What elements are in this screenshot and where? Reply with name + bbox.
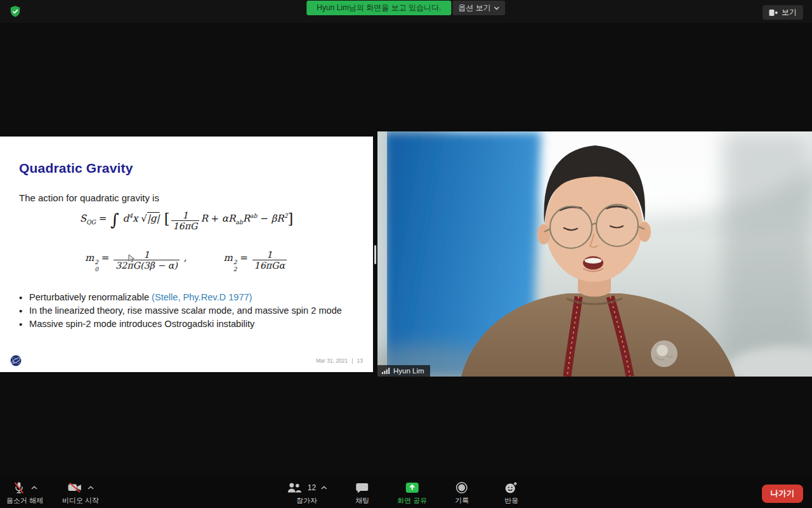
record-button[interactable]: 기록 [447,481,476,505]
meeting-toolbar: 음소거 해제 비디오 시작 [0,478,812,508]
slide-title: Quadratic Gravity [19,161,133,176]
audio-options-chevron-icon[interactable] [31,486,37,490]
start-video-button[interactable]: 비디오 시작 [62,481,99,505]
chat-button[interactable]: 채팅 [348,481,377,505]
video-options-chevron-icon[interactable] [88,486,94,490]
share-screen-button[interactable]: 화면 공유 [397,481,427,505]
slide-footer-separator: | [351,358,353,364]
screen-watch-banner-group: Hyun Lim님의 화면을 보고 있습니다. 옵션 보기 [306,1,505,15]
view-button[interactable]: 보기 [763,5,803,20]
chevron-down-icon [494,6,500,10]
bullet-renormalizable: Perturbatively renormalizable (Stelle, P… [29,291,360,304]
slide-logo-icon [10,355,22,366]
record-icon [455,481,468,494]
zoom-meeting-window: Hyun Lim님의 화면을 보고 있습니다. 옵션 보기 보기 Quadrat… [0,0,812,508]
share-screen-label: 화면 공유 [397,496,427,505]
unmute-label: 음소거 해제 [6,496,43,505]
action-equation: SQG = ∫ d4x √|g| [116πGR + αRabRab − βR2… [80,213,294,224]
chat-icon [356,482,369,494]
start-video-label: 비디오 시작 [62,496,99,505]
participants-label: 참가자 [296,496,317,505]
shared-screen-slide: Quadratic Gravity The action for quadrat… [0,137,373,372]
citation-link: (Stelle, Phy.Rev.D 1977) [152,292,252,302]
participants-chevron-icon[interactable] [321,486,327,490]
view-options-label: 옵션 보기 [458,3,490,13]
top-bar: Hyun Lim님의 화면을 보고 있습니다. 옵션 보기 보기 [0,0,812,23]
slide-bullet-list: Perturbatively renormalizable (Stelle, P… [29,291,360,331]
share-screen-icon [405,482,419,493]
participants-count: 12 [308,483,316,492]
record-label: 기록 [455,496,469,505]
m0-mass-equation: m20 = 132πG(3β − α) , [85,250,187,272]
signal-bars-icon [381,367,390,375]
slide-intro-text: The action for quadratic gravity is [19,192,159,203]
m2-mass-equation: m22 = 116πGα [223,250,288,272]
video-feed-hyun-lim: Hyun Lim [377,131,812,377]
panel-resize-handle[interactable] [374,245,376,264]
reactions-label: 반응 [504,496,518,505]
bullet-ostrogadski: Massive spin-2 mode introduces Ostrogads… [29,318,360,331]
mic-muted-icon [12,481,26,495]
participant-name: Hyun Lim [393,367,424,375]
reactions-button[interactable]: 반응 [497,481,526,505]
unmute-button[interactable]: 음소거 해제 [6,481,43,505]
participants-button[interactable]: 12 참가자 [286,481,327,505]
banner-text: Hyun Lim님의 화면을 보고 있습니다. [317,3,441,13]
slide-date: Mar 31, 2021 [316,358,348,364]
leave-meeting-button[interactable]: 나가기 [762,485,804,503]
view-button-label: 보기 [782,7,797,18]
bullet-linearized: In the linearized theory, rise massive s… [29,304,360,318]
chat-label: 채팅 [355,496,369,505]
security-shield-icon[interactable] [9,5,22,18]
view-options-button[interactable]: 옵션 보기 [452,1,505,15]
webcam-scene [377,131,812,377]
mouse-cursor-icon [128,254,135,263]
slide-page-number: 13 [357,358,363,364]
reactions-icon [504,481,518,494]
camera-off-icon [67,481,82,494]
slide-footer: Mar 31, 2021 | 13 [316,358,363,364]
participants-icon [286,481,303,494]
mass-equations-row: m20 = 132πG(3β − α) , m22 = 116πGα [0,250,373,272]
participant-nameplate: Hyun Lim [377,365,430,377]
view-layout-icon [769,9,778,17]
screen-watch-banner: Hyun Lim님의 화면을 보고 있습니다. [306,1,451,15]
